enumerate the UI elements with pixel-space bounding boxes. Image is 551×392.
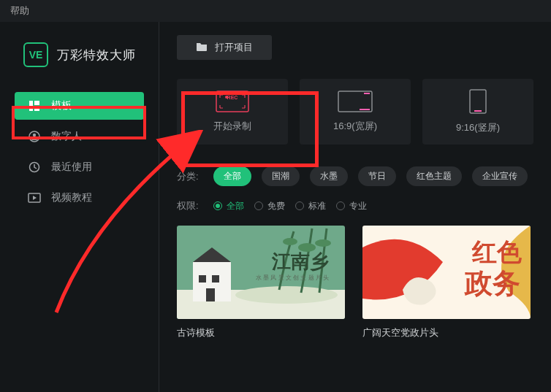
template-grid: 江南乡 水 墨 风 景 文 创 主 题 片 头 古诗模板 红色 政务: [177, 226, 533, 339]
svg-rect-18: [212, 275, 219, 283]
template-thumb: 江南乡 水 墨 风 景 文 创 主 题 片 头: [177, 226, 345, 319]
open-project-label: 打开项目: [215, 41, 253, 54]
brand: VE 万彩特效大师: [0, 42, 159, 89]
svg-point-20: [283, 238, 297, 245]
sidebar-item-templates[interactable]: 模板: [15, 92, 144, 120]
category-pill[interactable]: 国潮: [262, 166, 300, 186]
permission-radio[interactable]: 标准: [295, 200, 326, 212]
sidebar-item-label: 最近使用: [51, 161, 92, 174]
category-pill[interactable]: 企业宣传: [472, 166, 528, 186]
main: VE 万彩特效大师 模板 数字人 最近使用 视频教程: [0, 22, 551, 392]
filters: 分类: 全部 国潮 水墨 节日 红色主题 企业宣传 权限: 全部 免费 标准 专…: [177, 166, 533, 212]
aspect-cards: REC 开始录制 16:9(宽屏): [177, 79, 533, 145]
svg-rect-17: [199, 275, 206, 283]
person-icon: [28, 130, 41, 143]
radio-dot-icon: [295, 201, 304, 210]
sidebar-item-label: 数字人: [51, 130, 82, 143]
permission-radio-all[interactable]: 全部: [213, 200, 244, 212]
template-title: 广阔天空党政片头: [362, 326, 531, 339]
permission-radio[interactable]: 专业: [336, 200, 367, 212]
filter-permission-row: 权限: 全部 免费 标准 专业: [177, 199, 533, 212]
svg-text:政务: 政务: [464, 268, 520, 299]
menu-help[interactable]: 帮助: [0, 0, 551, 22]
filter-category-label: 分类:: [177, 170, 199, 183]
category-pill[interactable]: 水墨: [310, 166, 348, 186]
category-pill[interactable]: 红色主题: [406, 166, 462, 186]
svg-rect-10: [338, 91, 372, 112]
svg-text:REC: REC: [227, 95, 238, 100]
template-item[interactable]: 红色 政务 广阔天空党政片头: [362, 226, 531, 339]
filter-category-row: 分类: 全部 国潮 水墨 节日 红色主题 企业宣传: [177, 166, 533, 186]
svg-rect-0: [29, 101, 33, 111]
folder-icon: [196, 42, 208, 53]
radio-dot-icon: [254, 201, 263, 210]
card-label: 开始录制: [213, 120, 251, 133]
category-pill[interactable]: 节日: [358, 166, 396, 186]
portrait-icon: [469, 89, 487, 114]
radio-dot-icon: [336, 201, 345, 210]
content: 打开项目 REC 开始录制: [159, 22, 551, 392]
card-record[interactable]: REC 开始录制: [177, 79, 288, 145]
sidebar-item-avatar[interactable]: 数字人: [15, 123, 144, 150]
sidebar-item-label: 模板: [51, 99, 72, 112]
category-pill-all[interactable]: 全部: [213, 166, 251, 186]
svg-rect-19: [206, 288, 215, 301]
card-label: 16:9(宽屏): [333, 120, 377, 133]
svg-point-4: [33, 134, 36, 137]
card-portrait[interactable]: 9:16(竖屏): [422, 79, 533, 145]
brand-title: 万彩特效大师: [57, 47, 136, 64]
open-project-button[interactable]: 打开项目: [177, 35, 272, 60]
card-label: 9:16(竖屏): [456, 121, 500, 134]
template-item[interactable]: 江南乡 水 墨 风 景 文 创 主 题 片 头 古诗模板: [177, 226, 345, 339]
filter-permission-label: 权限:: [177, 199, 199, 212]
svg-point-22: [315, 239, 331, 247]
video-icon: [28, 191, 41, 204]
card-wide[interactable]: 16:9(宽屏): [300, 79, 411, 145]
wide-icon: [338, 91, 373, 112]
svg-text:红色: 红色: [471, 239, 522, 266]
template-icon: [28, 99, 41, 112]
sidebar-item-tutorials[interactable]: 视频教程: [15, 184, 144, 212]
permission-radio[interactable]: 免费: [254, 200, 285, 212]
template-thumb: 红色 政务: [362, 226, 531, 319]
svg-text:水 墨 风 景 文 创 主 题 片 头: 水 墨 风 景 文 创 主 题 片 头: [256, 274, 329, 281]
svg-point-9: [225, 96, 228, 99]
sidebar-item-recent[interactable]: 最近使用: [15, 153, 144, 181]
svg-rect-2: [34, 107, 39, 111]
sidebar-item-label: 视频教程: [51, 191, 92, 204]
svg-point-14: [235, 286, 338, 304]
brand-logo: VE: [23, 42, 48, 67]
svg-rect-1: [34, 101, 39, 105]
template-title: 古诗模板: [177, 326, 345, 339]
radio-dot-icon: [213, 201, 222, 210]
sidebar: VE 万彩特效大师 模板 数字人 最近使用 视频教程: [0, 22, 159, 392]
svg-text:江南乡: 江南乡: [271, 251, 329, 272]
record-icon: REC: [216, 91, 249, 112]
svg-rect-11: [470, 90, 486, 113]
clock-icon: [28, 161, 41, 174]
